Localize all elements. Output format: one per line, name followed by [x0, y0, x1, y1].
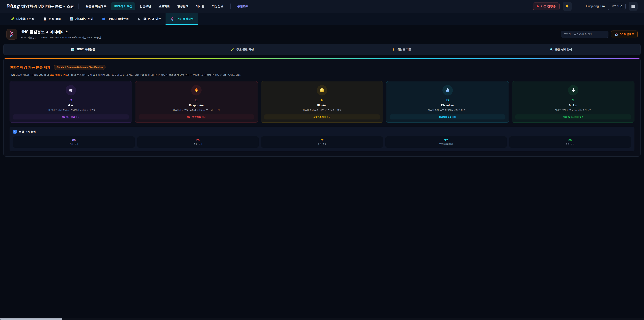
complex-behaviour-item[interactable]: GD 기체+용해	[13, 136, 135, 148]
complex-code: ED	[139, 139, 257, 141]
behaviour-code: E	[139, 98, 254, 102]
scrollbar-thumb[interactable]	[0, 318, 62, 320]
menu-button[interactable]	[628, 2, 638, 11]
subnav-tab[interactable]: HNS 대응매뉴얼	[98, 13, 133, 25]
behaviour-code: S	[515, 98, 631, 102]
bell-icon	[565, 4, 569, 9]
behaviour-card-icon	[442, 85, 453, 96]
complex-code: SD	[511, 139, 629, 141]
behaviour-name: Floater	[264, 104, 380, 107]
subnav-tab-icon	[70, 17, 73, 21]
db-download-button[interactable]: DB 다운로드	[611, 31, 638, 38]
behaviour-name: Evaporator	[139, 104, 254, 107]
subnav-tab-icon	[138, 17, 141, 21]
substance-search-input[interactable]	[561, 31, 608, 38]
subnav-tab-label: 분석 목록	[49, 17, 61, 21]
incident-status-badge[interactable]: 사고 진행중	[533, 3, 560, 10]
nav-item[interactable]: 기상정보	[209, 2, 226, 10]
nav-item[interactable]: 유출유 확산예측	[83, 2, 110, 10]
behaviour-description: 해수면에서 증발. 부유 후 기화하여 독성 가스 생성	[139, 109, 254, 112]
section-tab-icon	[71, 48, 74, 51]
nav-item[interactable]: 항공탐색	[174, 2, 192, 10]
page-header-text: HNS 물질정보 데이터베이스 SEBC 거동분류 · CHRIS/CAMEO …	[20, 29, 101, 39]
nav-item[interactable]: 긴급구난	[137, 2, 154, 10]
complex-label: 부유+증발	[263, 143, 381, 145]
subnav-tab[interactable]: 분석 목록	[39, 13, 66, 25]
app-logo[interactable]: Wing 해양환경 위기대응 통합시스템	[6, 4, 74, 9]
subnav-tab-label: 확산모델 이론	[143, 17, 161, 21]
nav-item-integrated-search[interactable]: 통합조회	[234, 2, 252, 10]
page-header: HNS 물질정보 데이터베이스 SEBC 거동분류 · CHRIS/CAMEO …	[0, 25, 644, 43]
shuffle-icon	[13, 130, 17, 134]
behaviour-card-icon	[191, 85, 202, 96]
inbox-tray-icon	[615, 33, 618, 36]
section-tab[interactable]: 물질 상세검색	[481, 44, 641, 55]
section-tab[interactable]: 주요 물질 특성	[163, 44, 322, 55]
description-emphasis: 물리·화학적 거동	[50, 74, 68, 76]
behaviour-card[interactable]: D Dissolver 해수에 용해. 수중 확산하여 넓은 범위 오염 해양확…	[386, 81, 509, 123]
navbar-right: 사고 진행중 Eunjeong Kim 로그아웃	[533, 2, 638, 11]
top-navbar: Wing 해양환경 위기대응 통합시스템 유출유 확산예측 HNS·대기확산 긴…	[0, 0, 644, 13]
nav-item[interactable]: 보고자료	[156, 2, 173, 10]
behaviour-name: Dissolver	[390, 104, 505, 107]
subnav-tab-label: 대기확산 분석	[16, 17, 34, 21]
section-tab-icon	[392, 48, 395, 51]
sebc-content-card: SEBC 해양 거동 분류 체계 Standard European Behav…	[3, 58, 641, 157]
section-tab-label: 주요 물질 특성	[236, 48, 254, 51]
subnav-tab[interactable]: 대기확산 분석	[6, 13, 39, 25]
nav-divider	[78, 4, 79, 9]
complex-behaviour-item[interactable]: FED 부유+증발+용해	[385, 136, 507, 148]
nav-item[interactable]: HNS·대기확산	[111, 2, 135, 10]
section-tab-icon	[550, 48, 553, 51]
behaviour-code: D	[390, 98, 505, 102]
horizontal-scrollbar[interactable]	[0, 318, 644, 320]
section-tab[interactable]: 위험도 기준	[322, 44, 481, 55]
nav-item[interactable]: 게시판	[193, 2, 208, 10]
incident-label: 사고 진행중	[541, 4, 556, 8]
behaviour-card[interactable]: E Evaporator 해수면에서 증발. 부유 후 기화하여 독성 가스 생…	[135, 81, 258, 123]
sub-navigation: 대기확산 분석 분석 목록 시나리오 관리 HNS 대응매뉴얼 확산모델 이론 …	[0, 13, 644, 25]
behaviour-response-tag: 대기확산 모델 적용	[13, 114, 129, 120]
complex-behaviour-header: 복합 거동 유형	[13, 130, 631, 134]
complex-label: 부유+증발+용해	[387, 143, 505, 145]
complex-behaviour-item[interactable]: FE 부유+증발	[261, 136, 383, 148]
sebc-standard-badge: Standard European Behaviour Classificati…	[54, 65, 106, 70]
behaviour-response-tag: 저층 3D 모니터링 필수	[515, 114, 631, 120]
behaviour-card[interactable]: S Sinker 해저로 침강. 비중 > 1.0, 저층 오염 축적 저층 3…	[512, 81, 634, 123]
behaviour-card-icon	[66, 85, 76, 96]
complex-behaviour-section: 복합 거동 유형 GD 기체+용해 ED 증발+용해 FE 부유+증발 FED …	[10, 127, 634, 151]
notifications-button[interactable]	[563, 2, 572, 11]
behaviour-response-tag: 대기+해양 복합 대응	[139, 114, 254, 120]
section-tab-label: 위험도 기준	[397, 48, 412, 51]
page-title: HNS 물질정보 데이터베이스	[20, 29, 101, 35]
section-tab-bar: SEBC 거동분류 주요 물질 특성 위험도 기준 물질 상세검색	[3, 44, 641, 55]
logout-button[interactable]: 로그아웃	[608, 3, 626, 10]
complex-code: FED	[387, 139, 505, 141]
behaviour-response-tag: 오일펜스 유사 봉쇄	[264, 114, 380, 120]
behaviour-description: 해저로 침강. 비중 > 1.0, 저층 오염 축적	[515, 109, 631, 112]
subnav-tab-icon	[170, 17, 174, 21]
behaviour-cards-row: G Gas 기체 상태로 대기 중 확산. 증기압이 높아 빠르게 증발 대기확…	[10, 81, 634, 123]
complex-behaviour-title: 복합 거동 유형	[19, 130, 36, 134]
logo-script: Wing	[6, 4, 20, 9]
section-tab-label: SEBC 거동분류	[76, 48, 95, 51]
complex-behaviour-row: GD 기체+용해 ED 증발+용해 FE 부유+증발 FED 부유+증발+용해 …	[13, 136, 631, 148]
main-nav: 유출유 확산예측 HNS·대기확산 긴급구난 보고자료 항공탐색 게시판 기상정…	[83, 2, 226, 10]
section-tab[interactable]: SEBC 거동분류	[4, 44, 163, 55]
behaviour-card[interactable]: G Gas 기체 상태로 대기 중 확산. 증기압이 높아 빠르게 증발 대기확…	[10, 81, 132, 123]
subnav-tab[interactable]: HNS 물질정보	[166, 13, 198, 25]
complex-behaviour-item[interactable]: ED 증발+용해	[137, 136, 259, 148]
subnav-tab[interactable]: 확산모델 이론	[133, 13, 166, 25]
app-title: 해양환경 위기대응 통합시스템	[21, 4, 75, 9]
sebc-title-row: SEBC 해양 거동 분류 체계 Standard European Behav…	[10, 65, 634, 70]
behaviour-card-icon	[568, 85, 578, 96]
behaviour-card[interactable]: F Floater 해수면 위에 부유. 비중 < 1.0, 불용성 물질 오일…	[261, 81, 384, 123]
subnav-tab[interactable]: 시나리오 관리	[65, 13, 98, 25]
complex-behaviour-item[interactable]: SD 침강+용해	[509, 136, 631, 148]
sebc-description: HNS 물질이 해양에 유출되었을 때의 물리·화학적 거동에 따라 분류하는 …	[10, 73, 634, 77]
behaviour-description: 해수면 위에 부유. 비중 < 1.0, 불용성 물질	[264, 109, 380, 112]
subnav-tab-label: 시나리오 관리	[75, 17, 93, 21]
sebc-section-title: SEBC 해양 거동 분류 체계	[10, 65, 51, 70]
behaviour-name: Gas	[13, 104, 129, 107]
page-header-actions: DB 다운로드	[561, 31, 638, 38]
